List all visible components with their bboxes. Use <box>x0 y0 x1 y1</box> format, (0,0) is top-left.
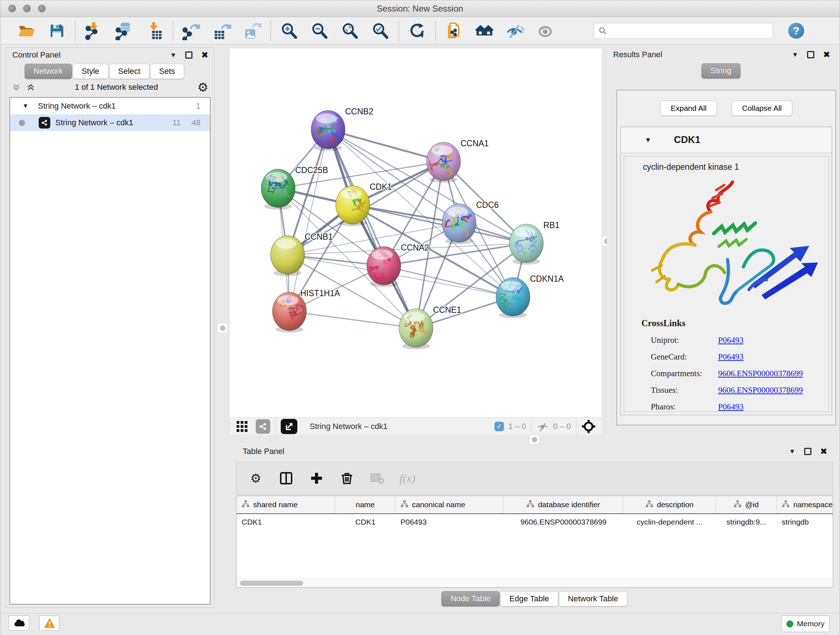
network-row[interactable]: String Network – cdk1 11 48 <box>10 114 210 131</box>
delete-column-trash-icon[interactable] <box>339 470 355 486</box>
redraw-network-button[interactable] <box>407 20 427 42</box>
column-header--id[interactable]: @id <box>716 496 777 513</box>
hide-panel-button[interactable] <box>505 20 525 42</box>
birdseye-grid-icon[interactable] <box>235 420 248 433</box>
network-node-ccna1[interactable]: CCNA1 <box>424 139 489 183</box>
panel-menu-icon[interactable]: ▼ <box>792 51 798 59</box>
maximize-window-button[interactable] <box>38 5 46 12</box>
import-table-button[interactable] <box>144 20 164 42</box>
expand-all-icon[interactable] <box>26 82 35 92</box>
data-panels-button[interactable] <box>474 20 494 42</box>
warning-icon <box>43 616 56 630</box>
network-node-rb1[interactable]: RB1 <box>509 220 560 264</box>
column-header-shared-name[interactable]: shared name <box>237 496 335 513</box>
crosslink-link[interactable]: P06493 <box>718 402 744 412</box>
network-options-gear-icon[interactable]: ⚙ <box>197 81 208 93</box>
open-in-window-button[interactable] <box>281 419 297 434</box>
crosslink-link[interactable]: 9606.ENSP00000378699 <box>718 369 803 378</box>
panel-menu-icon[interactable]: ▼ <box>170 51 177 59</box>
import-network-button[interactable] <box>84 20 104 42</box>
save-session-button[interactable] <box>47 20 67 42</box>
close-panel-icon[interactable]: ✖ <box>201 50 208 60</box>
panel-menu-icon[interactable]: ▼ <box>789 448 796 455</box>
column-header-name[interactable]: name <box>335 496 395 513</box>
column-header-database-identifier[interactable]: database identifier <box>504 496 623 513</box>
float-panel-icon[interactable] <box>185 51 193 59</box>
open-session-button[interactable] <box>16 20 36 42</box>
float-panel-icon[interactable] <box>807 51 814 58</box>
collapse-all-icon[interactable] <box>11 82 21 92</box>
center-view-crosshair-icon[interactable] <box>581 419 596 434</box>
close-panel-icon[interactable]: ✖ <box>823 50 830 60</box>
save-floppy-icon <box>48 22 65 40</box>
memory-button[interactable]: Memory <box>782 616 829 632</box>
export-table-button[interactable] <box>212 20 232 42</box>
crosslink-link[interactable]: P06493 <box>718 336 744 345</box>
help-button[interactable]: ? <box>788 23 804 39</box>
column-header-namespace[interactable]: namespace <box>777 496 833 513</box>
houses-icon <box>475 21 494 40</box>
network-edge[interactable] <box>328 130 416 328</box>
network-view-canvas[interactable]: CCNB2CCNA1CDC25BCDK1CDC6RB1CCNB1CCNA2CDK… <box>230 49 602 417</box>
sortable-column-icon <box>782 500 790 510</box>
splitter-handle[interactable] <box>529 435 540 444</box>
network-graph[interactable]: CCNB2CCNA1CDC25BCDK1CDC6RB1CCNB1CCNA2CDK… <box>230 49 602 417</box>
crosslink-link[interactable]: 9606.ENSP00000378699 <box>718 386 803 395</box>
export-image-button[interactable] <box>242 20 262 42</box>
zoom-fit-button[interactable] <box>340 20 360 42</box>
crosslink-link[interactable]: P06493 <box>718 352 744 362</box>
close-panel-icon[interactable]: ✖ <box>820 447 827 456</box>
expand-all-button[interactable]: Expand All <box>660 101 717 116</box>
network-collection-row[interactable]: ▼ String Network – cdk1 1 <box>10 98 210 114</box>
minimize-window-button[interactable] <box>23 5 31 12</box>
tab-network-table[interactable]: Network Table <box>559 591 627 606</box>
column-header-description[interactable]: description <box>623 496 716 513</box>
column-header-canonical-name[interactable]: canonical name <box>395 496 504 513</box>
show-panel-button[interactable] <box>535 20 555 42</box>
tab-network[interactable]: Network <box>25 64 72 79</box>
toolbar-search[interactable] <box>594 23 773 39</box>
horizontal-scrollbar[interactable] <box>237 579 832 587</box>
scrollbar-thumb[interactable] <box>240 581 303 586</box>
table-row[interactable]: CDK1CDK1P064939606.ENSP00000378699cyclin… <box>237 514 833 530</box>
network-node-ccnb2[interactable]: CCNB2 <box>311 107 373 151</box>
control-panel-tabs: NetworkStyleSelectSets <box>25 64 214 79</box>
tab-string[interactable]: String <box>701 63 740 79</box>
duplicate-network-button[interactable] <box>444 20 464 42</box>
network-node-ccne1[interactable]: CCNE1 <box>399 305 461 349</box>
close-window-button[interactable] <box>8 5 16 12</box>
network-type-icon <box>39 117 50 128</box>
table-options-gear-icon[interactable]: ⚙ <box>248 470 264 486</box>
show-columns-icon[interactable] <box>278 470 294 486</box>
tab-select[interactable]: Select <box>109 64 149 79</box>
tab-node-table[interactable]: Node Table <box>441 591 500 606</box>
network-node-cdkn1a[interactable]: CDKN1A <box>496 274 564 318</box>
tab-edge-table[interactable]: Edge Table <box>500 591 558 606</box>
network-node-cdk1[interactable]: CDK1 <box>336 180 392 226</box>
tab-sets[interactable]: Sets <box>150 64 184 79</box>
tree-expander-icon[interactable]: ▼ <box>22 103 28 110</box>
network-edge[interactable] <box>289 311 416 328</box>
selected-checkbox[interactable]: ✓ <box>494 422 504 431</box>
network-node-cdc25b[interactable]: CDC25B <box>261 165 328 210</box>
zoom-selected-button[interactable] <box>370 20 390 42</box>
network-share-icon[interactable] <box>256 419 270 434</box>
table-cell: cyclin-dependent ... <box>623 514 716 530</box>
network-edge[interactable] <box>353 205 526 243</box>
cloud-status-button[interactable] <box>9 616 29 631</box>
float-panel-icon[interactable] <box>804 448 812 455</box>
import-database-button[interactable] <box>114 20 134 42</box>
export-network-button[interactable] <box>181 20 202 42</box>
search-input[interactable] <box>611 27 768 35</box>
add-column-icon[interactable] <box>308 470 325 486</box>
zoom-out-button[interactable] <box>309 20 330 42</box>
warning-status-button[interactable] <box>39 616 59 631</box>
network-node-hist1h1a[interactable]: HIST1H1A <box>272 288 340 333</box>
collapse-all-button[interactable]: Collapse All <box>731 101 792 116</box>
entry-expander-icon[interactable]: ▼ <box>645 136 652 144</box>
splitter-handle[interactable] <box>218 323 227 333</box>
tab-style[interactable]: Style <box>73 64 109 79</box>
node-entry-header[interactable]: ▼ CDK1 <box>621 127 832 153</box>
zoom-in-button[interactable] <box>279 20 299 42</box>
node-count: 11 <box>172 118 181 127</box>
